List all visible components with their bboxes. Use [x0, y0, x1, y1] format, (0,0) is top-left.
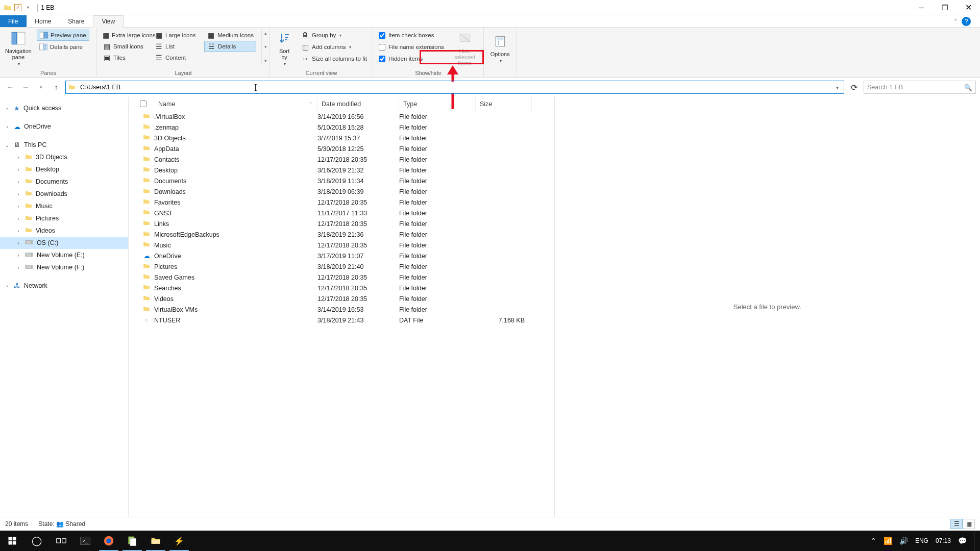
tree-pc-child[interactable]: ›New Volume (E:): [0, 249, 128, 261]
file-row[interactable]: 3D Objects3/7/2019 15:37File folder: [129, 133, 554, 143]
task-view-button[interactable]: [49, 531, 74, 551]
tree-pc-child[interactable]: ›New Volume (F:): [0, 261, 128, 273]
tray-clock[interactable]: 07:13: [936, 537, 951, 544]
tree-pc-child[interactable]: ›OS (C:): [0, 237, 128, 249]
show-desktop-button[interactable]: [974, 531, 977, 551]
layout-tiles[interactable]: ▣Tiles: [100, 52, 152, 63]
details-view-toggle[interactable]: ☰: [950, 519, 963, 529]
search-box[interactable]: Search 1 EB 🔍: [864, 81, 976, 94]
file-row[interactable]: .zenmap5/10/2018 15:28File folder: [129, 122, 554, 133]
notifications-icon[interactable]: 💬: [958, 537, 967, 545]
tree-pc-child[interactable]: ›Desktop: [0, 163, 128, 176]
layout-gallery-expand[interactable]: ▴▾▾: [261, 30, 270, 64]
layout-extra-large[interactable]: ▦Extra large icons: [100, 30, 152, 41]
preview-pane-button[interactable]: Preview pane: [37, 30, 89, 41]
tray-overflow-icon[interactable]: ⌃: [870, 537, 876, 545]
tray-language[interactable]: ENG: [915, 537, 928, 544]
layout-list[interactable]: ☰List: [152, 41, 204, 52]
tree-this-pc[interactable]: ⌄🖥This PC: [0, 139, 128, 151]
select-all-checkbox[interactable]: [140, 101, 146, 107]
tree-quick-access[interactable]: ›★Quick access: [0, 102, 128, 114]
taskbar-app-notepadpp[interactable]: [120, 531, 144, 551]
file-row[interactable]: MicrosoftEdgeBackups3/18/2019 21:36File …: [129, 229, 554, 240]
address-input[interactable]: [79, 82, 830, 93]
layout-medium[interactable]: ▦Medium icons: [204, 30, 256, 41]
file-row[interactable]: ▫NTUSER3/18/2019 21:43DAT File7,168 KB: [129, 315, 554, 325]
taskbar-app-cmd[interactable]: >_: [74, 531, 97, 551]
tree-pc-child[interactable]: ›3D Objects: [0, 151, 128, 163]
file-row[interactable]: Saved Games12/17/2018 20:35File folder: [129, 272, 554, 283]
file-row[interactable]: Pictures3/18/2019 21:40File folder: [129, 261, 554, 272]
hide-selected-button[interactable]: Hide selected items: [450, 30, 480, 66]
column-header-date[interactable]: Date modified: [317, 97, 399, 111]
maximize-button[interactable]: ❐: [933, 0, 957, 15]
up-button[interactable]: ↑: [50, 81, 62, 93]
tab-home[interactable]: Home: [27, 15, 60, 27]
file-row[interactable]: Downloads3/18/2019 06:39File folder: [129, 186, 554, 197]
column-header-name[interactable]: Name⌃: [154, 97, 317, 111]
close-button[interactable]: ✕: [957, 0, 980, 15]
file-row[interactable]: Favorites12/17/2018 20:35File folder: [129, 197, 554, 208]
minimize-button[interactable]: ─: [910, 0, 933, 15]
taskbar-app-firefox[interactable]: [97, 531, 120, 551]
tree-pc-child[interactable]: ›Music: [0, 200, 128, 212]
forward-button[interactable]: →: [19, 81, 32, 93]
svg-rect-30: [57, 539, 61, 543]
file-row[interactable]: Searches12/17/2018 20:35File folder: [129, 283, 554, 293]
checkbox-item-checkboxes[interactable]: Item check boxes: [376, 30, 447, 41]
tab-share[interactable]: Share: [60, 15, 93, 27]
file-row[interactable]: Documents3/18/2019 11:34File folder: [129, 176, 554, 186]
status-state: State: 👥 Shared: [38, 520, 85, 528]
file-row[interactable]: GNS311/17/2017 11:33File folder: [129, 208, 554, 218]
file-row[interactable]: Videos12/17/2018 20:35File folder: [129, 293, 554, 304]
layout-small[interactable]: ▤Small icons: [100, 41, 152, 52]
file-row[interactable]: .VirtualBox3/14/2019 16:56File folder: [129, 111, 554, 122]
group-by-button[interactable]: 🛢Group by▾: [299, 30, 370, 41]
tree-network[interactable]: ›🖧Network: [0, 280, 128, 292]
help-icon[interactable]: ?: [962, 17, 971, 26]
size-columns-button[interactable]: ↔Size all columns to fit: [299, 53, 370, 64]
qat-properties-icon[interactable]: ✓: [14, 4, 21, 11]
file-row[interactable]: VirtualBox VMs3/14/2019 16:53File folder: [129, 304, 554, 315]
tree-pc-child[interactable]: ›Downloads: [0, 188, 128, 200]
back-button[interactable]: ←: [4, 81, 16, 93]
checkbox-hidden-items[interactable]: Hidden items: [376, 53, 447, 64]
tab-view[interactable]: View: [93, 15, 124, 28]
tree-onedrive[interactable]: ›☁OneDrive: [0, 120, 128, 133]
thumbnails-view-toggle[interactable]: ▦: [963, 519, 975, 529]
file-row[interactable]: AppData5/30/2018 12:25File folder: [129, 143, 554, 154]
column-header-type[interactable]: Type: [399, 97, 476, 111]
details-pane-button[interactable]: Details pane: [37, 41, 89, 53]
wifi-icon[interactable]: 📶: [884, 537, 892, 545]
options-button[interactable]: Options ▾: [487, 30, 513, 66]
address-bar[interactable]: ▾: [65, 81, 844, 94]
tree-pc-child[interactable]: ›Documents: [0, 176, 128, 188]
add-columns-button[interactable]: ▥Add columns▾: [299, 41, 370, 53]
tab-file[interactable]: File: [0, 15, 27, 27]
folder-icon: [143, 123, 150, 132]
tree-pc-child[interactable]: ›Videos: [0, 224, 128, 237]
qat-dropdown-icon[interactable]: ▾: [23, 3, 33, 12]
taskbar-app-lightning[interactable]: ⚡: [167, 531, 191, 551]
layout-large[interactable]: ▦Large icons: [152, 30, 204, 41]
sort-by-button[interactable]: Sort by ▾: [273, 30, 296, 66]
cortana-button[interactable]: ◯: [24, 531, 49, 551]
file-row[interactable]: Desktop3/16/2019 21:32File folder: [129, 165, 554, 176]
file-row[interactable]: Links12/17/2018 20:35File folder: [129, 218, 554, 229]
refresh-button[interactable]: ⟳: [847, 81, 861, 94]
file-row[interactable]: ☁OneDrive3/17/2019 11:07File folder: [129, 251, 554, 261]
ribbon-collapse-icon[interactable]: ⌃: [953, 18, 958, 24]
layout-details[interactable]: ☱Details: [204, 41, 256, 52]
start-button[interactable]: [0, 531, 24, 551]
column-header-size[interactable]: Size: [476, 97, 532, 111]
address-history-dropdown[interactable]: ▾: [833, 85, 842, 90]
taskbar-app-explorer[interactable]: [144, 531, 167, 551]
navigation-pane-button[interactable]: Navigation pane ▾: [3, 30, 34, 66]
recent-locations-button[interactable]: ▾: [35, 81, 47, 93]
checkbox-file-extensions[interactable]: File name extensions: [376, 41, 447, 53]
file-row[interactable]: Music12/17/2018 20:35File folder: [129, 240, 554, 251]
tree-pc-child[interactable]: ›Pictures: [0, 212, 128, 224]
volume-icon[interactable]: 🔊: [899, 537, 908, 545]
layout-content[interactable]: ☲Content: [152, 52, 204, 63]
file-row[interactable]: Contacts12/17/2018 20:35File folder: [129, 154, 554, 165]
